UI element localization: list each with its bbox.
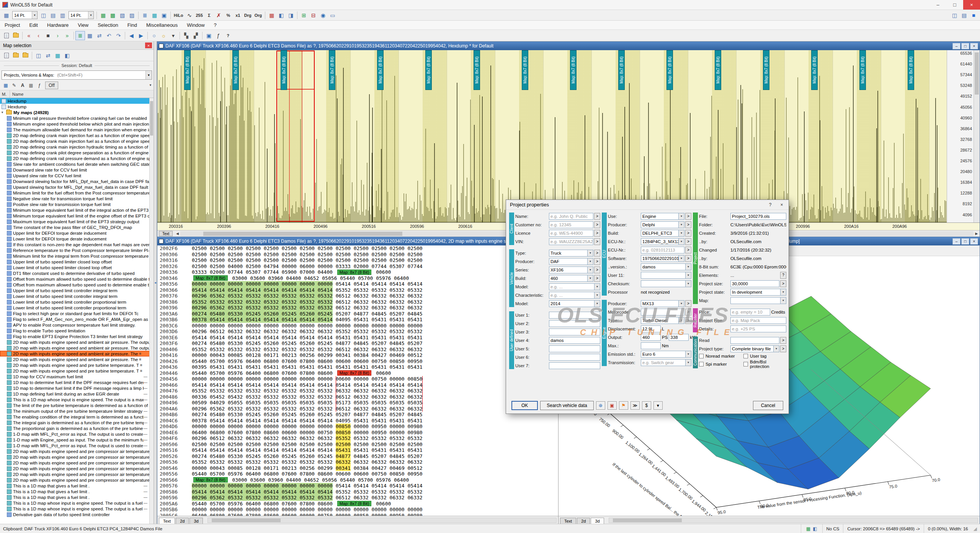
hex-row[interactable]: 2004D600000 00000 00000 00000 00000 0000… — [160, 423, 558, 430]
hex-row[interactable]: 2003D600296 06512 06332 06332 06332 0633… — [160, 329, 558, 335]
map-selection-toggle-icon[interactable]: ≣ — [75, 31, 85, 40]
current-version-icon[interactable]: ■ — [43, 31, 53, 40]
drag-mode-button[interactable]: Drg — [243, 11, 253, 20]
map-list-item[interactable]: Hexdump — [0, 98, 154, 104]
hex-row[interactable]: 2003A600274 05480 05330 05245 05260 0524… — [160, 311, 558, 317]
client-field[interactable]: e.g. WAUZZZ8E25A234549 — [549, 238, 593, 245]
hex-row[interactable]: 20033603333 02000 07744 05307 07744 0590… — [160, 269, 558, 275]
engine-field[interactable] — [641, 309, 684, 316]
map-list-item[interactable]: 2D map with inputs engine speed and pre … — [0, 362, 154, 368]
map-list-item[interactable]: 2D map with inputs engine speed and pre … — [0, 448, 154, 454]
back-icon[interactable]: ◀ — [127, 31, 136, 40]
hexdump-graph-canvas[interactable] — [157, 50, 947, 222]
map-region-tag[interactable]: Map: 8x7 (8 Bit) — [329, 50, 335, 90]
hex-row[interactable]: 2002F602500 02500 02500 02500 02500 0250… — [160, 245, 558, 252]
panel-open-icon[interactable] — [11, 51, 21, 60]
checkbox-bdm-bsl-protection[interactable]: Bdm/Bsl protection — [743, 360, 786, 369]
hexdump-maximize-button[interactable]: □ — [961, 43, 969, 49]
hex-row[interactable]: 20053605352 05332 05332 05332 05332 0533… — [160, 459, 558, 465]
hexdump-minimize-button[interactable]: – — [952, 43, 960, 49]
filter-function-icon[interactable]: ƒ — [35, 82, 44, 89]
hex-row[interactable]: 20048600336 05452 05432 05332 05332 0533… — [160, 394, 558, 400]
app-close-button[interactable]: × — [963, 0, 980, 10]
ecu-more-button[interactable]: > — [685, 221, 691, 228]
hex-row[interactable]: 20042605440 05700 05976 06400 06800 0760… — [160, 358, 558, 365]
map-close-button[interactable]: × — [970, 238, 978, 245]
curve-display-icon[interactable]: ∿ — [185, 11, 194, 20]
hex-scrollbar[interactable] — [207, 518, 557, 523]
map-region-tag[interactable]: Map: 8x7 (8 Bit) — [570, 50, 577, 90]
map-list-item[interactable]: Offset from maximum allowed turbo speed … — [0, 282, 154, 288]
client-field[interactable]: e.g. WES-44900 — [549, 230, 593, 237]
ecu-more-button[interactable]: > — [685, 238, 691, 245]
checksum-correct-icon[interactable]: ▞ — [191, 31, 201, 40]
engine-more-button[interactable]: > — [685, 309, 691, 316]
client-field[interactable]: e.g. 12345 — [549, 221, 593, 228]
map-list-item[interactable]: 2D map defining crank main injection hyd… — [0, 144, 154, 150]
font-size-combo[interactable]: 14 Pt.▾ — [12, 11, 38, 19]
map-list-item[interactable]: 1-D map with MFL_Pct_error as input. The… — [0, 431, 154, 437]
hint-icon[interactable]: ☼ — [159, 31, 168, 40]
hex-row[interactable]: 2004C600378 05414 05414 05414 05414 0541… — [160, 418, 558, 424]
chevron-down-icon[interactable]: ▾ — [686, 263, 691, 270]
map-list-item[interactable]: 2D map defining crank main injection fue… — [0, 132, 154, 138]
map-list-item[interactable]: 2D map with inputs engine speed and pre … — [0, 471, 154, 477]
map-list-item[interactable]: Flag to select high gear or standard gea… — [0, 311, 154, 316]
user-defined-field[interactable] — [549, 312, 600, 319]
ecu-more-button[interactable]: > — [685, 255, 691, 262]
map-list-item[interactable]: This is a 1D map that gives a fuel limit… — [0, 483, 154, 489]
menu-find[interactable]: Find — [123, 21, 142, 29]
map-list-item[interactable]: If this constant is non-zero the age dep… — [0, 242, 154, 247]
map-list-item[interactable]: Minimum engine speed threshold below whi… — [0, 121, 154, 127]
client-field[interactable]: e.g. John Q. Public — [549, 213, 593, 220]
engine-field[interactable]: MX13 — [641, 300, 679, 307]
hex-row[interactable]: 20055605440 05700 05976 06400 06800 0760… — [160, 471, 558, 477]
vehicle-field[interactable]: e.g. ... — [549, 292, 595, 299]
hex-row[interactable]: 2003F600274 05480 05330 05245 05260 0524… — [160, 340, 558, 347]
chevron-down-icon[interactable]: ▾ — [686, 272, 691, 279]
checksum-sigma-button[interactable]: Σ — [204, 11, 214, 20]
hex-row[interactable]: 2004A600296 05362 05332 05332 05332 0533… — [160, 406, 558, 412]
map-list-item[interactable]: 1-D map with MFL_Pct_error as input. The… — [0, 443, 154, 448]
globe-icon[interactable]: ⊕ — [596, 401, 605, 410]
hex-row[interactable]: 20051605414 05414 05414 05414 05414 0541… — [160, 447, 558, 453]
user-defined-field[interactable] — [549, 362, 600, 369]
decimal-display-button[interactable]: 255 — [194, 11, 204, 20]
checkbox-spi-marker[interactable]: Spi marker — [699, 360, 742, 369]
map-minimize-button[interactable]: – — [952, 238, 960, 245]
chevron-down-icon[interactable]: ▼ — [145, 71, 152, 79]
hex-row[interactable]: 20037600296 05362 05332 05332 05332 0533… — [160, 293, 558, 299]
map-list-item[interactable]: Slew rate for ambient conditions fuel de… — [0, 161, 154, 167]
filter-text-button[interactable]: A — [18, 82, 27, 89]
map-list-item[interactable]: 2D map with inputs engine speed and ambi… — [0, 351, 154, 356]
map-region-tag[interactable]: Map: 8x7 (8 Bit) — [666, 50, 673, 90]
chevron-down-icon[interactable]: ▾ — [679, 230, 684, 237]
value-list-icon[interactable]: ≣ — [140, 11, 150, 20]
menu-window[interactable]: Window — [182, 21, 209, 29]
map-list-item[interactable]: 1D map for CCV maximum fuel limit— — [0, 374, 154, 379]
chevron-down-icon[interactable]: ▾ — [588, 250, 593, 257]
map-list-item[interactable]: Flag to enable Turbo speed limitation — [0, 328, 154, 334]
vehicle-field[interactable]: XF106 — [549, 266, 588, 273]
hex-row[interactable]: 20052600274 05480 05330 05245 05260 0524… — [160, 453, 558, 459]
hilo-byte-order-button[interactable]: HiLo — [172, 11, 185, 20]
chevron-down-icon[interactable]: ▾ — [679, 255, 684, 262]
ecu-field[interactable] — [641, 280, 686, 287]
map-list-item[interactable]: Positive slew rate for transmission torq… — [0, 201, 154, 207]
hex-row[interactable]: 2005B600000 00000 00000 00000 00000 0000… — [160, 507, 558, 513]
hex-row[interactable]: 2004E606400 06800 07600 07800 08600 0060… — [160, 430, 558, 436]
hex-row[interactable]: 2003E605414 05414 05414 05414 05414 0541… — [160, 335, 558, 341]
checkbox-noread-marker[interactable]: Noread marker — [699, 354, 742, 358]
map-list-item[interactable]: Downward slewing factor for MFL_Dpf_max_… — [0, 178, 154, 184]
client-more-button[interactable]: > — [594, 213, 600, 220]
columns-view-icon[interactable]: ▥ — [58, 11, 67, 20]
checkbox-user-tag[interactable]: User tag — [743, 354, 786, 358]
hex-row[interactable]: 20044605440 05700 05976 06400 06800 0760… — [160, 370, 558, 376]
map-list-item[interactable]: Reference temperature to the Post compre… — [0, 247, 154, 253]
map-list-item[interactable]: Upper limit of turbo speed limit control… — [0, 288, 154, 293]
vehicle-field[interactable]: e.g. ... — [549, 283, 595, 290]
engine-field[interactable]: Turbo-Diesel — [641, 317, 679, 324]
hex-row[interactable]: 200566Map: 8x7 (8 Bit) 03000 03600 03960… — [160, 477, 558, 483]
hex-row[interactable]: 20047605352 05332 05332 05332 05332 0533… — [160, 388, 558, 394]
map-list-item[interactable]: DT1 filter constant used to determine de… — [0, 270, 154, 276]
